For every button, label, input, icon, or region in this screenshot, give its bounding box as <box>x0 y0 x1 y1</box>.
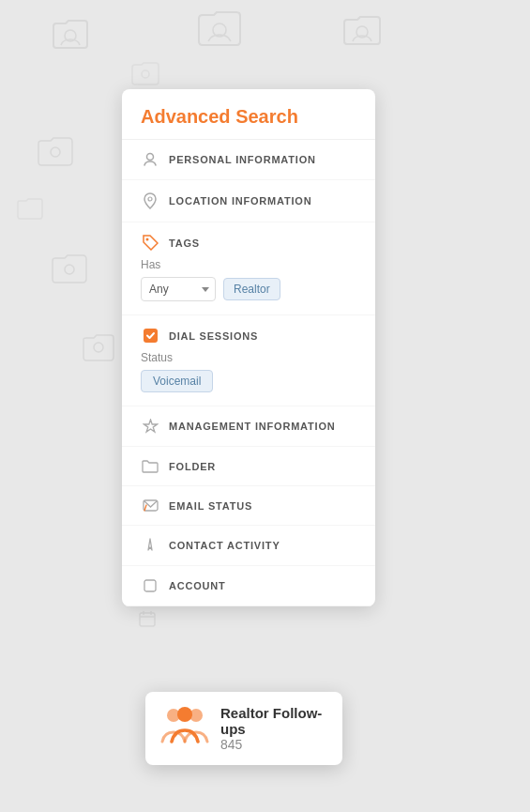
voicemail-badge[interactable]: Voicemail <box>141 370 213 392</box>
advanced-search-panel: Advanced Search Personal Information Loc… <box>122 89 375 606</box>
svg-point-14 <box>148 197 152 201</box>
section-account[interactable]: Account <box>122 566 375 606</box>
account-icon <box>141 578 159 593</box>
svg-point-6 <box>94 343 103 352</box>
personal-label: Personal Information <box>169 154 316 165</box>
bg-calendar-icon <box>139 610 156 631</box>
dial-header[interactable]: Dial Sessions <box>122 315 375 351</box>
bg-folder-4 <box>131 61 159 89</box>
bg-folder-2 <box>197 9 242 53</box>
email-icon <box>141 498 159 513</box>
svg-point-4 <box>51 147 60 157</box>
svg-point-13 <box>147 154 154 161</box>
section-tags-expanded: Tags Has Any All None Realtor <box>122 222 375 315</box>
svg-point-5 <box>65 265 74 274</box>
activity-icon <box>141 538 159 553</box>
tags-realtor-badge[interactable]: Realtor <box>223 278 280 300</box>
svg-point-15 <box>145 238 148 241</box>
bg-folder-7 <box>52 253 87 288</box>
tooltip-title: Realtor Follow-ups <box>220 705 327 737</box>
section-contact[interactable]: Contact Activity <box>122 526 375 566</box>
tags-sub-label: Has <box>141 258 356 271</box>
person-icon <box>141 152 159 167</box>
email-label: Email Status <box>169 500 252 512</box>
tooltip-card: Realtor Follow-ups 845 <box>145 692 342 765</box>
tooltip-count: 845 <box>220 737 327 752</box>
section-personal[interactable]: Personal Information <box>122 140 375 180</box>
section-management[interactable]: Management Information <box>122 406 375 447</box>
dial-sub-label: Status <box>141 351 356 364</box>
page-title: Advanced Search <box>141 106 356 128</box>
tag-icon <box>141 235 159 251</box>
svg-point-3 <box>142 70 149 78</box>
bg-folder-6 <box>17 197 43 223</box>
bg-folder-5 <box>38 136 73 171</box>
bg-folder-3 <box>342 14 382 52</box>
card-header: Advanced Search <box>122 89 375 140</box>
dial-label: Dial Sessions <box>169 330 258 342</box>
contact-label: Contact Activity <box>169 540 280 551</box>
folder-icon <box>141 459 159 473</box>
folder-label: Folder <box>169 461 216 472</box>
tooltip-text: Realtor Follow-ups 845 <box>220 705 327 752</box>
svg-point-22 <box>177 707 192 722</box>
location-label: Location Information <box>169 195 311 207</box>
svg-rect-9 <box>140 613 155 626</box>
management-label: Management Information <box>169 421 336 432</box>
bg-folder-1 <box>52 19 89 55</box>
tooltip-group-icon <box>160 706 209 752</box>
star-icon <box>141 419 159 434</box>
section-email[interactable]: Email Status <box>122 486 375 526</box>
account-label: Account <box>169 580 226 591</box>
tags-header[interactable]: Tags <box>122 222 375 258</box>
tags-filter-row: Any All None Realtor <box>141 277 356 301</box>
section-folder[interactable]: Folder <box>122 447 375 486</box>
section-location[interactable]: Location Information <box>122 180 375 222</box>
tags-label: Tags <box>169 237 200 249</box>
location-icon <box>141 192 159 209</box>
svg-rect-19 <box>144 580 156 591</box>
tags-select[interactable]: Any All None <box>141 277 216 301</box>
svg-marker-18 <box>148 539 152 550</box>
dial-icon <box>141 328 159 344</box>
tags-body: Has Any All None Realtor <box>122 258 375 314</box>
bg-folder-8 <box>83 333 114 365</box>
section-dial-expanded: Dial Sessions Status Voicemail <box>122 315 375 406</box>
dial-body: Status Voicemail <box>122 351 375 406</box>
